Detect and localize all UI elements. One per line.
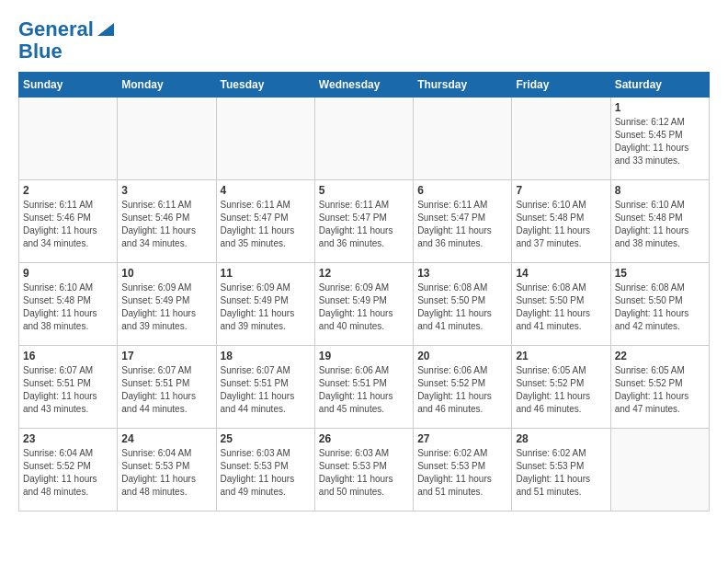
page-header: General Blue [18, 18, 710, 63]
calendar-cell: 26Sunrise: 6:03 AM Sunset: 5:53 PM Dayli… [314, 429, 413, 511]
day-detail: Sunrise: 6:06 AM Sunset: 5:51 PM Dayligh… [319, 364, 409, 416]
day-detail: Sunrise: 6:07 AM Sunset: 5:51 PM Dayligh… [121, 364, 211, 416]
calendar-cell: 23Sunrise: 6:04 AM Sunset: 5:52 PM Dayli… [19, 429, 118, 511]
weekday-header-friday: Friday [512, 73, 610, 98]
day-number: 22 [615, 350, 705, 362]
day-detail: Sunrise: 6:02 AM Sunset: 5:53 PM Dayligh… [417, 447, 507, 499]
calendar-cell: 1Sunrise: 6:12 AM Sunset: 5:45 PM Daylig… [610, 98, 709, 180]
day-number: 14 [516, 267, 606, 280]
day-number: 3 [121, 184, 211, 197]
day-number: 7 [516, 184, 606, 197]
day-detail: Sunrise: 6:05 AM Sunset: 5:52 PM Dayligh… [615, 364, 705, 416]
weekday-header-sunday: Sunday [19, 73, 118, 98]
calendar-cell: 9Sunrise: 6:10 AM Sunset: 5:48 PM Daylig… [19, 263, 118, 346]
calendar-cell: 15Sunrise: 6:08 AM Sunset: 5:50 PM Dayli… [610, 263, 709, 346]
day-number: 27 [417, 432, 507, 445]
day-detail: Sunrise: 6:04 AM Sunset: 5:53 PM Dayligh… [121, 447, 211, 499]
day-detail: Sunrise: 6:10 AM Sunset: 5:48 PM Dayligh… [516, 199, 606, 250]
calendar-cell: 19Sunrise: 6:06 AM Sunset: 5:51 PM Dayli… [314, 346, 413, 429]
logo-icon [97, 19, 114, 36]
day-detail: Sunrise: 6:04 AM Sunset: 5:52 PM Dayligh… [23, 447, 113, 499]
day-number: 15 [615, 267, 705, 280]
weekday-header-monday: Monday [118, 73, 216, 98]
day-detail: Sunrise: 6:12 AM Sunset: 5:45 PM Dayligh… [615, 116, 705, 167]
calendar-cell [19, 98, 118, 180]
calendar-cell: 25Sunrise: 6:03 AM Sunset: 5:53 PM Dayli… [216, 429, 314, 511]
calendar-cell: 6Sunrise: 6:11 AM Sunset: 5:47 PM Daylig… [414, 180, 512, 263]
day-number: 19 [319, 350, 409, 362]
day-number: 25 [221, 432, 311, 445]
day-number: 28 [516, 432, 606, 445]
day-detail: Sunrise: 6:09 AM Sunset: 5:49 PM Dayligh… [221, 282, 311, 333]
calendar-table: SundayMondayTuesdayWednesdayThursdayFrid… [18, 72, 710, 511]
day-number: 23 [23, 432, 113, 445]
day-detail: Sunrise: 6:09 AM Sunset: 5:49 PM Dayligh… [319, 282, 409, 333]
calendar-cell: 11Sunrise: 6:09 AM Sunset: 5:49 PM Dayli… [216, 263, 314, 346]
day-detail: Sunrise: 6:06 AM Sunset: 5:52 PM Dayligh… [417, 364, 507, 416]
day-number: 17 [121, 350, 211, 362]
calendar-cell: 12Sunrise: 6:09 AM Sunset: 5:49 PM Dayli… [314, 263, 413, 346]
weekday-header-thursday: Thursday [414, 73, 512, 98]
day-number: 4 [221, 184, 311, 197]
day-number: 5 [319, 184, 409, 197]
calendar-cell: 22Sunrise: 6:05 AM Sunset: 5:52 PM Dayli… [610, 346, 709, 429]
calendar-cell: 17Sunrise: 6:07 AM Sunset: 5:51 PM Dayli… [118, 346, 216, 429]
calendar-cell: 27Sunrise: 6:02 AM Sunset: 5:53 PM Dayli… [414, 429, 512, 511]
day-number: 8 [615, 184, 705, 197]
calendar-cell: 20Sunrise: 6:06 AM Sunset: 5:52 PM Dayli… [414, 346, 512, 429]
day-number: 11 [221, 267, 311, 280]
calendar-cell [610, 429, 709, 511]
day-number: 2 [23, 184, 113, 197]
calendar-cell: 7Sunrise: 6:10 AM Sunset: 5:48 PM Daylig… [512, 180, 610, 263]
day-number: 18 [221, 350, 311, 362]
day-number: 24 [121, 432, 211, 445]
day-detail: Sunrise: 6:08 AM Sunset: 5:50 PM Dayligh… [516, 282, 606, 333]
weekday-header-saturday: Saturday [610, 73, 709, 98]
calendar-cell: 28Sunrise: 6:02 AM Sunset: 5:53 PM Dayli… [512, 429, 610, 511]
day-detail: Sunrise: 6:07 AM Sunset: 5:51 PM Dayligh… [23, 364, 113, 416]
day-detail: Sunrise: 6:02 AM Sunset: 5:53 PM Dayligh… [516, 447, 606, 499]
day-detail: Sunrise: 6:10 AM Sunset: 5:48 PM Dayligh… [23, 282, 113, 333]
day-detail: Sunrise: 6:11 AM Sunset: 5:47 PM Dayligh… [221, 199, 311, 250]
day-number: 13 [417, 267, 507, 280]
calendar-cell: 14Sunrise: 6:08 AM Sunset: 5:50 PM Dayli… [512, 263, 610, 346]
day-detail: Sunrise: 6:03 AM Sunset: 5:53 PM Dayligh… [221, 447, 311, 499]
day-number: 21 [516, 350, 606, 362]
day-detail: Sunrise: 6:08 AM Sunset: 5:50 PM Dayligh… [615, 282, 705, 333]
day-number: 6 [417, 184, 507, 197]
day-detail: Sunrise: 6:05 AM Sunset: 5:52 PM Dayligh… [516, 364, 606, 416]
logo-text: General [18, 18, 94, 40]
day-detail: Sunrise: 6:07 AM Sunset: 5:51 PM Dayligh… [221, 364, 311, 416]
day-detail: Sunrise: 6:11 AM Sunset: 5:47 PM Dayligh… [417, 199, 507, 250]
svg-marker-0 [97, 23, 114, 36]
calendar-cell: 5Sunrise: 6:11 AM Sunset: 5:47 PM Daylig… [314, 180, 413, 263]
calendar-cell [216, 98, 314, 180]
day-detail: Sunrise: 6:10 AM Sunset: 5:48 PM Dayligh… [615, 199, 705, 250]
calendar-cell [414, 98, 512, 180]
day-detail: Sunrise: 6:09 AM Sunset: 5:49 PM Dayligh… [121, 282, 211, 333]
logo-blue-text: Blue [18, 40, 63, 63]
day-number: 12 [319, 267, 409, 280]
day-number: 10 [121, 267, 211, 280]
day-detail: Sunrise: 6:11 AM Sunset: 5:46 PM Dayligh… [121, 199, 211, 250]
day-detail: Sunrise: 6:03 AM Sunset: 5:53 PM Dayligh… [319, 447, 409, 499]
calendar-cell: 13Sunrise: 6:08 AM Sunset: 5:50 PM Dayli… [414, 263, 512, 346]
calendar-cell [118, 98, 216, 180]
calendar-cell: 18Sunrise: 6:07 AM Sunset: 5:51 PM Dayli… [216, 346, 314, 429]
calendar-cell: 2Sunrise: 6:11 AM Sunset: 5:46 PM Daylig… [19, 180, 118, 263]
calendar-cell: 10Sunrise: 6:09 AM Sunset: 5:49 PM Dayli… [118, 263, 216, 346]
calendar-cell: 8Sunrise: 6:10 AM Sunset: 5:48 PM Daylig… [610, 180, 709, 263]
calendar-cell: 21Sunrise: 6:05 AM Sunset: 5:52 PM Dayli… [512, 346, 610, 429]
day-detail: Sunrise: 6:11 AM Sunset: 5:47 PM Dayligh… [319, 199, 409, 250]
calendar-cell [314, 98, 413, 180]
calendar-cell: 24Sunrise: 6:04 AM Sunset: 5:53 PM Dayli… [118, 429, 216, 511]
day-detail: Sunrise: 6:11 AM Sunset: 5:46 PM Dayligh… [23, 199, 113, 250]
day-number: 16 [23, 350, 113, 362]
calendar-cell [512, 98, 610, 180]
day-number: 20 [417, 350, 507, 362]
weekday-header-wednesday: Wednesday [314, 73, 413, 98]
day-number: 26 [319, 432, 409, 445]
day-detail: Sunrise: 6:08 AM Sunset: 5:50 PM Dayligh… [417, 282, 507, 333]
day-number: 1 [615, 101, 705, 114]
calendar-cell: 16Sunrise: 6:07 AM Sunset: 5:51 PM Dayli… [19, 346, 118, 429]
